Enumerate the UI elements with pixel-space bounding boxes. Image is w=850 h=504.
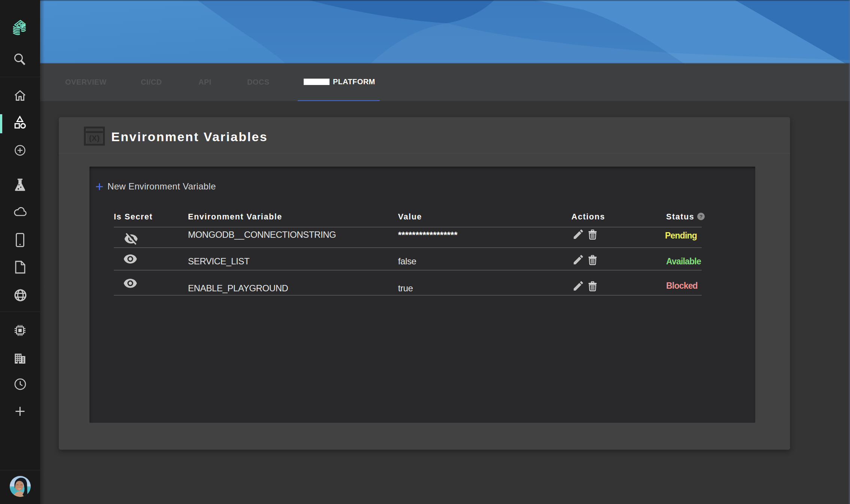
svg-text:(X): (X) — [89, 134, 100, 142]
svg-text:?: ? — [699, 214, 702, 219]
